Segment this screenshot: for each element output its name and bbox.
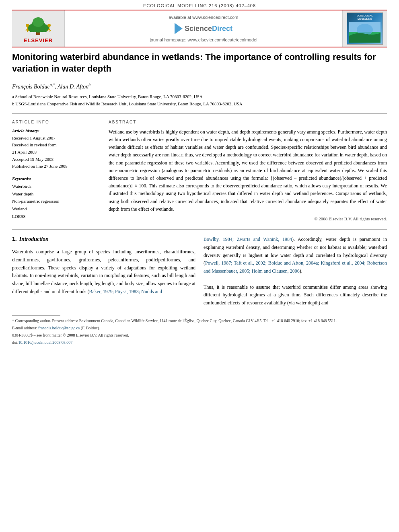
col-right: Bowlby, 1984; Zwarts and Wanink, 1984). … xyxy=(204,236,387,307)
article-info-title: ARTICLE INFO xyxy=(12,120,101,124)
affiliations: a School of Renewable Natural Resources,… xyxy=(12,93,387,107)
svg-point-9 xyxy=(47,24,51,27)
sciencedirect-logo: ScienceDirect xyxy=(175,23,232,34)
footer-divider xyxy=(12,315,60,316)
cover-title: ECOLOGICALMODELLING xyxy=(357,14,373,21)
cover-svg xyxy=(349,22,380,43)
corresponding-note: * Corresponding author. Present address:… xyxy=(12,318,387,324)
author-francois: François Bolduca,* xyxy=(12,84,55,90)
elsevier-logo-area: ELSEVIER xyxy=(12,10,64,47)
ref-powell-1987[interactable]: Powell, 1987; Taft et al., 2002; Bolduc … xyxy=(204,260,387,274)
svg-point-4 xyxy=(33,17,44,27)
accepted-date: Accepted 19 May 2008 xyxy=(12,156,101,163)
author-alan: Alan D. Aftonb xyxy=(58,84,90,90)
email-note: E-mail address: francois.bolduc@ec.gc.ca… xyxy=(12,325,387,331)
article-title: Monitoring waterbird abundance in wetlan… xyxy=(12,51,387,78)
abstract-title: ABSTRACT xyxy=(109,120,387,124)
keyword-1: Waterbirds xyxy=(12,183,101,190)
keywords-label: Keywords: xyxy=(12,176,101,181)
journal-header: ECOLOGICAL MODELLING 216 (2008) 402–408 xyxy=(0,0,399,10)
ref-bowlby-1984[interactable]: Bowlby, 1984; Zwarts and Wanink, 1984 xyxy=(204,236,292,242)
received-date: Received 1 August 2007 xyxy=(12,135,101,142)
keyword-4: Wetland xyxy=(12,205,101,213)
elsevier-logo: ELSEVIER xyxy=(20,14,56,43)
copyright-line: © 2008 Elsevier B.V. All rights reserved… xyxy=(109,216,387,221)
homepage-text: journal homepage: www.elsevier.com/locat… xyxy=(150,37,257,42)
published-date: Published on line 27 June 2008 xyxy=(12,163,101,170)
section-divider xyxy=(12,229,387,230)
journal-cover-image: ECOLOGICALMODELLING xyxy=(347,12,383,45)
article-history-label: Article history: xyxy=(12,128,101,133)
intro-right-text: Bowlby, 1984; Zwarts and Wanink, 1984). … xyxy=(204,236,387,307)
elsevier-wordmark: ELSEVIER xyxy=(24,37,53,43)
info-abstract-row: ARTICLE INFO Article history: Received 1… xyxy=(12,113,387,221)
intro-left-text: Waterbirds comprise a large group of spe… xyxy=(12,248,195,296)
page-container: ECOLOGICAL MODELLING 216 (2008) 402–408 xyxy=(0,0,399,346)
journal-banner: ELSEVIER available at www.sciencedirect.… xyxy=(12,10,387,47)
abstract-section: ABSTRACT Wetland use by waterbirds is hi… xyxy=(109,120,387,221)
revised-label: Received in revised form xyxy=(12,142,101,149)
sd-direct: Direct xyxy=(212,25,232,33)
authors-line: François Bolduca,*, Alan D. Aftonb xyxy=(12,82,387,90)
affiliation-a: a School of Renewable Natural Resources,… xyxy=(12,93,387,100)
main-content: Monitoring waterbird abundance in wetlan… xyxy=(12,47,387,221)
section-number: 1. xyxy=(12,236,17,242)
section-heading: Introduction xyxy=(19,236,49,242)
footer-notes: * Corresponding author. Present address:… xyxy=(12,318,387,346)
email-link[interactable]: francois.bolduc@ec.gc.ca xyxy=(38,326,80,330)
keyword-2: Water depth xyxy=(12,190,101,198)
sd-arrow-icon xyxy=(175,23,183,34)
keyword-3: Non-parametric regression xyxy=(12,197,101,205)
affiliation-b: b USGS-Louisiana Cooperative Fish and Wi… xyxy=(12,101,387,107)
sd-science: Science xyxy=(185,25,212,33)
elsevier-tree-icon xyxy=(20,14,56,36)
col-left: 1. Introduction Waterbirds comprise a la… xyxy=(12,236,195,307)
keyword-5: LOESS xyxy=(12,213,101,220)
available-text: available at www.sciencedirect.com xyxy=(169,15,238,20)
svg-point-5 xyxy=(26,24,29,27)
issn-note: 0304-3800/$ – see front matter © 2008 El… xyxy=(12,332,387,339)
journal-cover-area: ECOLOGICALMODELLING xyxy=(343,10,387,47)
ref-baker-1979[interactable]: Baker, 1979; Pöysä, 1983; Nudds and xyxy=(89,289,162,294)
doi-note: doi:10.1016/j.ecolmodel.2008.05.007 xyxy=(12,339,387,346)
cover-artwork xyxy=(349,22,380,43)
abstract-text: Wetland use by waterbirds is highly depe… xyxy=(109,128,387,213)
sciencedirect-area: available at www.sciencedirect.com Scien… xyxy=(64,10,343,47)
body-two-col: 1. Introduction Waterbirds comprise a la… xyxy=(12,236,387,307)
doi-link[interactable]: 10.1016/j.ecolmodel.2008.05.007 xyxy=(19,340,73,345)
article-info-panel: ARTICLE INFO Article history: Received 1… xyxy=(12,120,101,221)
sd-wordmark: ScienceDirect xyxy=(185,25,232,33)
keywords-section: Keywords: Waterbirds Water depth Non-par… xyxy=(12,176,101,220)
journal-citation: ECOLOGICAL MODELLING 216 (2008) 402–408 xyxy=(143,3,256,8)
revised-date: 21 April 2008 xyxy=(12,149,101,156)
